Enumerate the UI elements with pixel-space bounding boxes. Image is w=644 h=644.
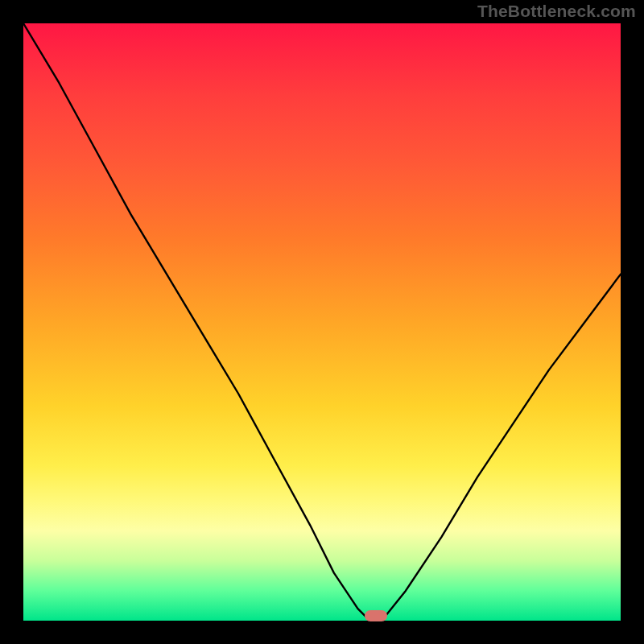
chart-frame: TheBottleneck.com	[0, 0, 644, 644]
plot-area	[23, 23, 621, 621]
bottleneck-curve	[23, 23, 621, 621]
watermark-text: TheBottleneck.com	[477, 2, 636, 21]
optimal-marker	[365, 610, 387, 621]
curve-path	[23, 23, 621, 621]
